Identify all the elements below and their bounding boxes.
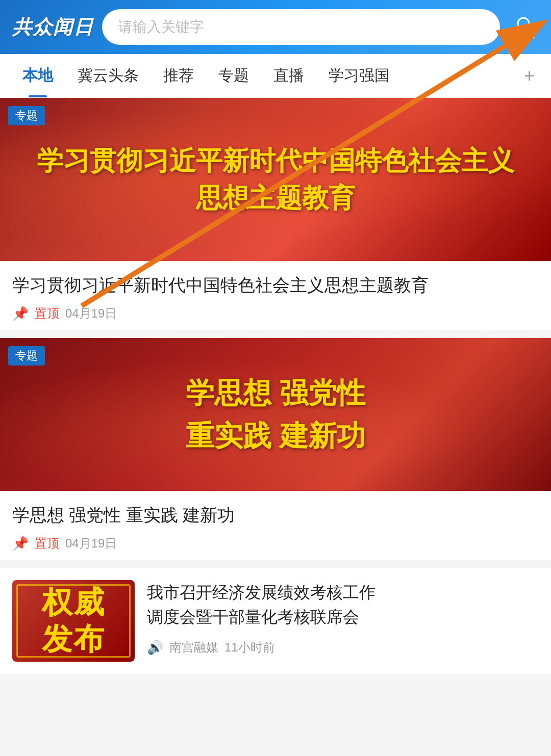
banner-wrap-1: 专题 学习贯彻习近平新时代中国特色社会主义 思想主题教育	[0, 98, 551, 261]
banner-tag-2: 专题	[8, 346, 45, 366]
user-icon-button[interactable]	[508, 12, 539, 42]
tab-live[interactable]: 直播	[261, 54, 316, 97]
search-placeholder: 请输入关键字	[118, 17, 204, 37]
pin-icon-1: 📌	[12, 306, 29, 322]
red-banner-1: 学习贯彻习近平新时代中国特色社会主义 思想主题教育	[0, 98, 551, 261]
card-title-2: 学思想 强党性 重实践 建新功	[12, 502, 539, 528]
date-2: 04月19日	[65, 535, 117, 552]
banner-2-text: 学思想 强党性 重实践 建新功	[186, 372, 365, 457]
page-wrapper: 共众闻日 请输入关键字 本地 冀云头条 推荐 专题 直播 学习强国	[0, 0, 551, 756]
tab-add-button[interactable]: +	[518, 56, 541, 96]
small-card-content-3: 我市召开经济发展绩效考核工作 调度会暨干部量化考核联席会 🔊 南宫融媒 11小时…	[147, 580, 539, 656]
pin-text-1: 置顶	[35, 305, 59, 322]
small-card-meta-3: 🔊 南宫融媒 11小时前	[147, 639, 539, 656]
svg-point-0	[518, 18, 529, 29]
card-title-1: 学习贯彻习近平新时代中国特色社会主义思想主题教育	[12, 272, 539, 298]
card-body-2: 学思想 强党性 重实践 建新功 📌 置顶 04月19日	[0, 491, 551, 560]
banner-wrap-2: 专题 学思想 强党性 重实践 建新功	[0, 338, 551, 491]
pin-icon-2: 📌	[12, 536, 29, 552]
date-1: 04月19日	[65, 305, 117, 322]
search-bar[interactable]: 请输入关键字	[102, 9, 500, 45]
small-card-title-3: 我市召开经济发展绩效考核工作 调度会暨干部量化考核联席会	[147, 580, 539, 629]
tab-special[interactable]: 专题	[206, 54, 261, 97]
card-meta-1: 📌 置顶 04月19日	[12, 305, 539, 322]
time-ago-3: 11小时前	[224, 639, 275, 656]
source-name-3: 南宫融媒	[169, 639, 218, 656]
audio-icon: 🔊	[147, 640, 163, 656]
news-card-1[interactable]: 专题 学习贯彻习近平新时代中国特色社会主义 思想主题教育 学习贯彻习近平新时代中…	[0, 98, 551, 330]
red-banner-2: 学思想 强党性 重实践 建新功	[0, 338, 551, 491]
card-body-1: 学习贯彻习近平新时代中国特色社会主义思想主题教育 📌 置顶 04月19日	[0, 261, 551, 330]
news-card-3[interactable]: 权威 发布 我市召开经济发展绩效考核工作 调度会暨干部量化考核联席会 🔊 南宫融…	[0, 568, 551, 674]
nav-tabs: 本地 冀云头条 推荐 专题 直播 学习强国 +	[0, 54, 551, 98]
thumb-border	[16, 584, 131, 658]
tab-study[interactable]: 学习强国	[316, 54, 402, 97]
card-meta-2: 📌 置顶 04月19日	[12, 535, 539, 552]
news-feed: 专题 学习贯彻习近平新时代中国特色社会主义 思想主题教育 学习贯彻习近平新时代中…	[0, 98, 551, 674]
news-card-2[interactable]: 专题 学思想 强党性 重实践 建新功 学思想 强党性 重实践 建新功 📌 置顶 …	[0, 338, 551, 560]
card-thumbnail-3: 权威 发布	[12, 580, 135, 662]
user-icon	[511, 14, 536, 40]
banner-1-text: 学习贯彻习近平新时代中国特色社会主义 思想主题教育	[16, 142, 535, 217]
pin-text-2: 置顶	[35, 535, 59, 552]
app-logo: 共众闻日	[12, 14, 94, 40]
banner-tag-1: 专题	[8, 106, 45, 125]
tab-recommend[interactable]: 推荐	[151, 54, 206, 97]
tab-local[interactable]: 本地	[10, 54, 65, 97]
header: 共众闻日 请输入关键字	[0, 0, 551, 54]
tab-jiyun[interactable]: 冀云头条	[65, 54, 151, 97]
